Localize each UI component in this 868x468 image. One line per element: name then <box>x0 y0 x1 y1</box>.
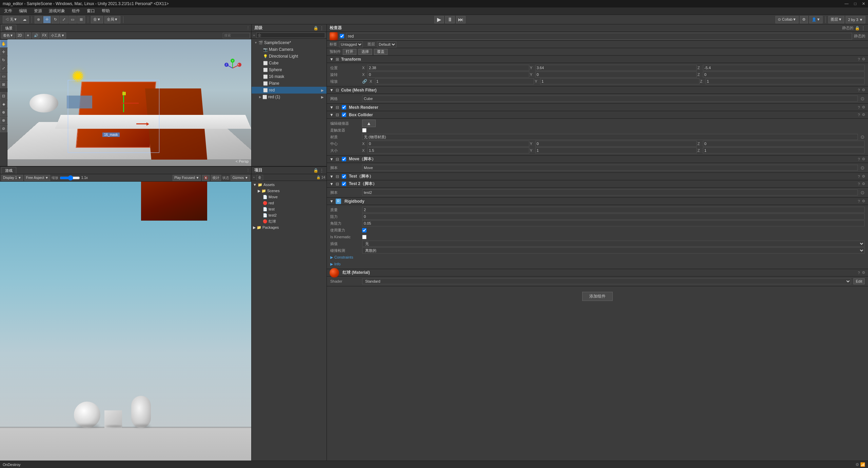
scene-2d-btn[interactable]: 2D <box>16 33 24 39</box>
comp-meshfilter-help-btn[interactable]: ? <box>858 88 860 92</box>
inspector-select-btn[interactable]: 选择 <box>358 49 372 55</box>
tool-extra2[interactable]: ◈ <box>0 100 7 108</box>
comp-transform-settings-btn[interactable]: ⚙ <box>862 57 865 61</box>
toolbar-transform-w[interactable]: ✛ <box>43 16 51 23</box>
inspector-tag-select[interactable]: Untagged <box>339 41 363 47</box>
rigidbody-drag-input[interactable] <box>362 213 865 220</box>
rigidbody-angdrag-input[interactable] <box>362 220 865 226</box>
toolbar-layout[interactable]: 2 by 3▼ <box>846 16 865 23</box>
game-stats-btn[interactable]: 统计 <box>211 175 221 181</box>
scene-menu-btn[interactable]: ⋮ <box>246 26 250 30</box>
project-lock-btn[interactable]: 🔒 <box>313 168 318 173</box>
hierarchy-lock-btn[interactable]: 🔒 <box>313 26 318 30</box>
scene-audio-btn[interactable]: 🔊 <box>32 33 40 39</box>
comp-rigidbody-help-btn[interactable]: ? <box>858 199 860 203</box>
rigidbody-interp-select[interactable]: 无 <box>362 241 865 247</box>
material-header[interactable]: 红球 (Material) ? ⚙ <box>327 269 868 277</box>
project-scenes-folder[interactable]: ▶ 📁 Scenes <box>252 188 327 194</box>
boxcollider-size-y[interactable] <box>535 147 697 154</box>
close-btn[interactable]: ✕ <box>862 1 865 6</box>
tool-hand[interactable]: ✋ <box>0 40 7 47</box>
game-scale-slider[interactable] <box>60 176 80 180</box>
scene-view-gizmo[interactable]: X Y Z <box>222 58 243 78</box>
comp-test-help-btn[interactable]: ? <box>858 175 860 179</box>
comp-boxcollider-help-btn[interactable]: ? <box>858 113 860 117</box>
toolbar-pivot[interactable]: 全▼ <box>91 16 103 23</box>
rigidbody-kinematic-checkbox[interactable] <box>362 235 367 239</box>
comp-move-settings-btn[interactable]: ⚙ <box>862 157 865 161</box>
maximize-btn[interactable]: □ <box>854 1 856 6</box>
comp-test2-settings-btn[interactable]: ⚙ <box>862 182 865 186</box>
toolbar-play[interactable]: ▶ <box>434 16 444 23</box>
project-test-item[interactable]: 📄 test <box>252 206 327 212</box>
rigidbody-constraints-row[interactable]: ▶ Constraints <box>330 254 865 261</box>
inspector-active-checkbox[interactable] <box>340 34 344 38</box>
boxcollider-size-z[interactable] <box>703 147 865 154</box>
project-all-tab[interactable]: 全 <box>256 175 263 180</box>
boxcollider-trigger-checkbox[interactable] <box>362 128 367 133</box>
toolbar-transform-y[interactable]: ⊞ <box>77 16 85 23</box>
meshfilter-mesh-pick-btn[interactable]: ⊙ <box>861 96 865 101</box>
hierarchy-item-directionallight[interactable]: 💡 Directional Light <box>252 53 327 60</box>
game-aspect-btn[interactable]: Free Aspect ▼ <box>24 175 50 181</box>
material-shader-select[interactable]: Standard <box>362 278 851 284</box>
comp-rigidbody-settings-btn[interactable]: ⚙ <box>862 199 865 203</box>
project-add-btn[interactable]: + <box>253 176 255 179</box>
toolbar-step[interactable]: ⏭ <box>456 16 466 23</box>
comp-boxcollider-settings-btn[interactable]: ⚙ <box>862 113 865 117</box>
hierarchy-item-16mask[interactable]: ⬜ 16 mask <box>252 73 327 80</box>
transform-scale-y[interactable] <box>540 78 699 84</box>
scene-fx-btn[interactable]: FX <box>41 33 48 39</box>
hierarchy-item-sphere[interactable]: ⬜ Sphere <box>252 66 327 73</box>
scene-gizmos-btn[interactable]: 小工具▼ <box>49 33 66 39</box>
tool-extra1[interactable]: ⊡ <box>0 92 7 100</box>
toolbar-cloud[interactable]: ☁ <box>20 16 29 23</box>
project-assets-folder[interactable]: ▼ 📁 Assets <box>252 182 327 188</box>
hierarchy-item-maincamera[interactable]: 📷 Main Camera <box>252 46 327 53</box>
transform-rot-x[interactable] <box>368 72 529 78</box>
comp-transform-header[interactable]: ▼ ⊞ Transform ? ⚙ <box>327 56 868 63</box>
toolbar-account[interactable]: 👤▼ <box>809 16 823 23</box>
tool-move[interactable]: ✛ <box>0 48 7 56</box>
material-settings-btn[interactable]: ⚙ <box>862 270 865 275</box>
transform-scale-x[interactable] <box>375 78 534 84</box>
material-help-btn[interactable]: ? <box>858 271 860 275</box>
hierarchy-search-input[interactable] <box>256 33 325 38</box>
move-script-pick-btn[interactable]: ⊙ <box>861 165 865 170</box>
boxcollider-material-pick-btn[interactable]: ⊙ <box>861 134 865 140</box>
comp-boxcollider-header[interactable]: ▼ ⊟ Box Collider ? ⚙ <box>327 111 868 119</box>
transform-rot-y[interactable] <box>535 72 697 78</box>
comp-meshfilter-settings-btn[interactable]: ⚙ <box>862 88 865 92</box>
tool-combined[interactable]: ⊞ <box>0 81 7 88</box>
boxcollider-edit-btn[interactable]: ▲ <box>362 120 376 127</box>
game-menu-btn[interactable]: ⋮ <box>246 168 250 172</box>
hierarchy-item-cube[interactable]: ⬜ Cube <box>252 60 327 66</box>
menu-help[interactable]: 帮助 <box>99 7 113 15</box>
comp-test2-enable[interactable] <box>342 182 346 186</box>
transform-scale-z[interactable] <box>706 78 865 84</box>
menu-assets[interactable]: 资源 <box>31 7 45 15</box>
scene-tab[interactable]: 场景 <box>1 25 16 32</box>
hierarchy-item-samplescene[interactable]: ▼ 🎬 SampleScene* <box>252 39 327 46</box>
comp-meshrenderer-settings-btn[interactable]: ⚙ <box>862 105 865 109</box>
project-test2-item[interactable]: 📄 test2 <box>252 212 327 218</box>
project-move-item[interactable]: 📄 Move <box>252 194 327 200</box>
menu-gameobject[interactable]: 游戏对象 <box>46 7 68 15</box>
boxcollider-size-x[interactable] <box>368 147 529 154</box>
scene-viewport[interactable]: ✺ 16_mask <box>7 39 251 166</box>
rigidbody-collision-select[interactable]: 离散的 <box>362 247 865 253</box>
toolbar-global[interactable]: 全局▼ <box>104 16 120 23</box>
hierarchy-item-red1[interactable]: ▶ ⬜ red (1) ▶ <box>252 94 327 100</box>
game-play-focused-btn[interactable]: Play Focused ▼ <box>173 175 201 181</box>
hierarchy-menu-btn[interactable]: ⋮ <box>320 26 324 30</box>
toolbar-transform-q[interactable]: ⊕ <box>35 16 42 23</box>
tool-extra3[interactable]: ⊕ <box>0 108 7 116</box>
tool-rotate[interactable]: ↻ <box>0 56 7 64</box>
comp-test-settings-btn[interactable]: ⚙ <box>862 174 865 179</box>
comp-boxcollider-enable[interactable] <box>342 113 346 117</box>
game-tab[interactable]: 游戏 <box>1 167 16 174</box>
menu-window[interactable]: 窗口 <box>84 7 98 15</box>
menu-edit[interactable]: 编辑 <box>16 7 30 15</box>
hierarchy-item-red[interactable]: ⬜ red ▶ <box>252 87 327 94</box>
scene-shaded-btn[interactable]: 着色▼ <box>1 33 15 39</box>
